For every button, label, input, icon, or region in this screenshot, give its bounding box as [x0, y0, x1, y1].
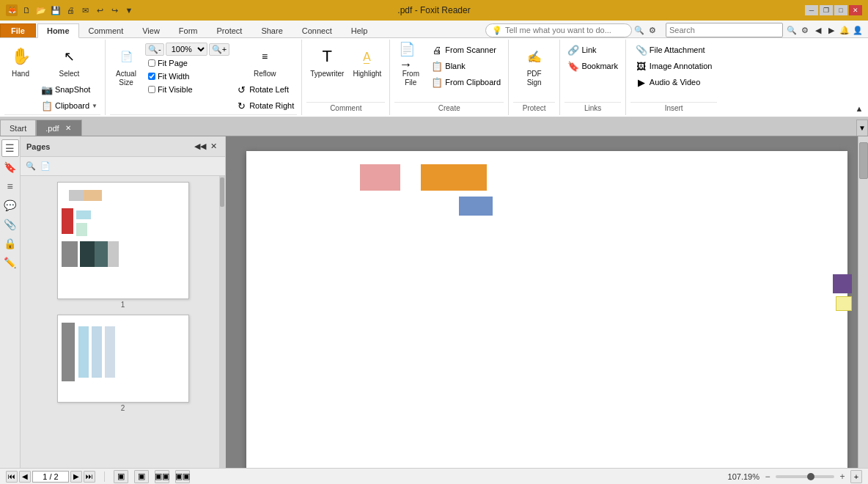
notification-button[interactable]: 🔔	[839, 25, 850, 35]
fit-width-button[interactable]: Fit Width	[145, 70, 229, 82]
image-annotation-button[interactable]: 🖼 Image Annotation	[633, 59, 716, 73]
file-attachment-button[interactable]: 📎 File Attachment	[633, 43, 716, 57]
search-submit-button[interactable]: 🔍	[786, 25, 798, 35]
next-page-button[interactable]: ▶	[70, 471, 82, 483]
nav-pages-button[interactable]: ☰	[1, 139, 19, 157]
page-1-thumbnail[interactable]	[57, 182, 189, 299]
clipboard-button[interactable]: 📋 Clipboard ▼	[38, 98, 100, 113]
fit-visible-button[interactable]: Fit Visible	[145, 84, 229, 95]
tell-me-bar[interactable]: 💡	[485, 23, 632, 37]
pages-content[interactable]: 1 2	[21, 176, 225, 468]
reflow-button[interactable]: ≡ Reflow	[232, 43, 297, 81]
fit-width-check[interactable]	[148, 73, 155, 80]
nav-attachments-button[interactable]: 📎	[1, 216, 19, 233]
nav-sign-button[interactable]: ✏️	[1, 254, 19, 271]
pages-search-button[interactable]: 🔍	[25, 161, 37, 172]
zoom-slider[interactable]	[776, 475, 834, 478]
search-input[interactable]	[666, 23, 783, 37]
user-button[interactable]: 👤	[852, 25, 864, 35]
maximize-button[interactable]: □	[834, 5, 847, 15]
continuous-page-button[interactable]: ▣	[134, 470, 149, 483]
from-file-button[interactable]: 📄→ FromFile	[394, 43, 427, 89]
snapshot-icon: 📷	[41, 84, 53, 95]
tab-help[interactable]: Help	[342, 23, 378, 37]
main-area: ☰ 🔖 ≡ 💬 📎 🔒 ✏️ Pages ◀◀ ✕ 🔍 📄	[0, 136, 868, 468]
from-scanner-button[interactable]: 🖨 From Scanner	[428, 43, 504, 57]
close-button[interactable]: ✕	[849, 5, 862, 15]
print-button[interactable]: 🖨	[65, 5, 76, 15]
tab-view[interactable]: View	[133, 23, 169, 37]
fit-page-check[interactable]	[148, 59, 155, 67]
tab-form[interactable]: Form	[169, 23, 207, 37]
pdf-sign-button[interactable]: ✍ PDFSign	[518, 43, 551, 89]
pdf-scrollbar[interactable]	[858, 136, 868, 468]
zoom-out-button[interactable]: 🔍-	[145, 43, 164, 56]
tab-home[interactable]: Home	[37, 23, 79, 38]
pdf-tab[interactable]: .pdf ✕	[36, 120, 81, 136]
back-button[interactable]: ◀	[812, 25, 824, 35]
search-icon[interactable]: 🔍	[633, 25, 645, 35]
save-button[interactable]: 💾	[50, 5, 62, 15]
blank-button[interactable]: 📋 Blank	[428, 59, 504, 73]
two-page-continuous-button[interactable]: ▣▣	[175, 470, 190, 483]
nav-bookmarks-button[interactable]: 🔖	[1, 158, 19, 176]
tab-connect[interactable]: Connect	[293, 23, 342, 37]
forward-button[interactable]: ▶	[825, 25, 837, 35]
settings-button[interactable]: ⚙	[799, 25, 811, 35]
prev-page-button[interactable]: ◀	[19, 471, 31, 483]
tab-share[interactable]: Share	[251, 23, 292, 37]
actual-size-button[interactable]: 📄 ActualSize	[110, 43, 142, 89]
fit-page-button[interactable]: Fit Page	[145, 57, 229, 69]
first-page-button[interactable]: ⏮	[6, 471, 18, 483]
add-zoom-button[interactable]: +	[850, 470, 862, 483]
snapshot-button[interactable]: 📷 SnapShot	[38, 82, 100, 97]
tab-file[interactable]: File	[0, 23, 36, 37]
zoom-in-button[interactable]: 🔍+	[209, 43, 229, 56]
last-page-button[interactable]: ⏭	[84, 471, 95, 483]
rotate-right-button[interactable]: ↻ Rotate Right	[232, 98, 297, 113]
single-page-button[interactable]: ▣	[114, 470, 128, 483]
pages-toggle-button[interactable]: ✕	[207, 142, 219, 152]
highlight-button[interactable]: A̲ Highlight	[349, 43, 385, 81]
zoom-select[interactable]: 100% 75% 50% 125% 150%	[166, 43, 207, 56]
pdf-tab-close[interactable]: ✕	[64, 124, 73, 133]
link-button[interactable]: 🔗 Link	[564, 43, 621, 57]
minimize-button[interactable]: ─	[805, 5, 818, 15]
pdf-area[interactable]	[226, 136, 868, 468]
options-icon[interactable]: ⚙	[647, 25, 658, 35]
start-tab[interactable]: Start	[0, 120, 36, 136]
typewriter-button[interactable]: T Typewriter	[306, 43, 347, 81]
audio-video-button[interactable]: ▶ Audio & Video	[633, 75, 716, 89]
pages-add-button[interactable]: 📄	[40, 161, 51, 172]
open-button[interactable]: 📂	[35, 5, 47, 15]
two-page-button[interactable]: ▣▣	[155, 470, 169, 483]
from-clipboard-button[interactable]: 📋 From Clipboard	[428, 75, 504, 89]
rotate-left-button[interactable]: ↺ Rotate Left	[232, 82, 297, 97]
new-button[interactable]: 🗋	[21, 5, 32, 15]
page-2-thumbnail[interactable]	[57, 315, 189, 403]
bookmark-button[interactable]: 🔖 Bookmark	[564, 59, 621, 73]
nav-layers-button[interactable]: ≡	[1, 177, 19, 195]
customize-btn[interactable]: ▼	[123, 5, 135, 15]
zoom-out-status-button[interactable]: −	[762, 472, 773, 482]
pages-expand-button[interactable]: ◀◀	[194, 142, 206, 152]
redo-button[interactable]: ↪	[108, 5, 120, 15]
hand-tool-button[interactable]: ✋ Hand	[4, 43, 37, 81]
zoom-in-status-button[interactable]: +	[837, 472, 847, 482]
restore-button[interactable]: ❐	[820, 5, 833, 15]
nav-security-button[interactable]: 🔒	[1, 235, 19, 252]
page-input[interactable]	[32, 471, 69, 483]
tell-me-input[interactable]	[505, 26, 622, 34]
tab-comment[interactable]: Comment	[79, 23, 133, 37]
email-button[interactable]: ✉	[79, 5, 91, 15]
panel-resize-handle[interactable]	[222, 176, 225, 468]
ribbon-expand-button[interactable]: ▲	[853, 103, 865, 114]
nav-comments-button[interactable]: 💬	[1, 197, 19, 214]
tab-protect[interactable]: Protect	[207, 23, 252, 37]
undo-button[interactable]: ↩	[94, 5, 106, 15]
status-separator-1	[104, 472, 105, 482]
tab-scroll-button[interactable]: ▼	[856, 120, 868, 136]
select-tool-button[interactable]: ↖ Select	[38, 43, 100, 81]
insert-content: 📎 File Attachment 🖼 Image Annotation ▶ A…	[633, 41, 716, 100]
fit-visible-check[interactable]	[148, 86, 155, 93]
